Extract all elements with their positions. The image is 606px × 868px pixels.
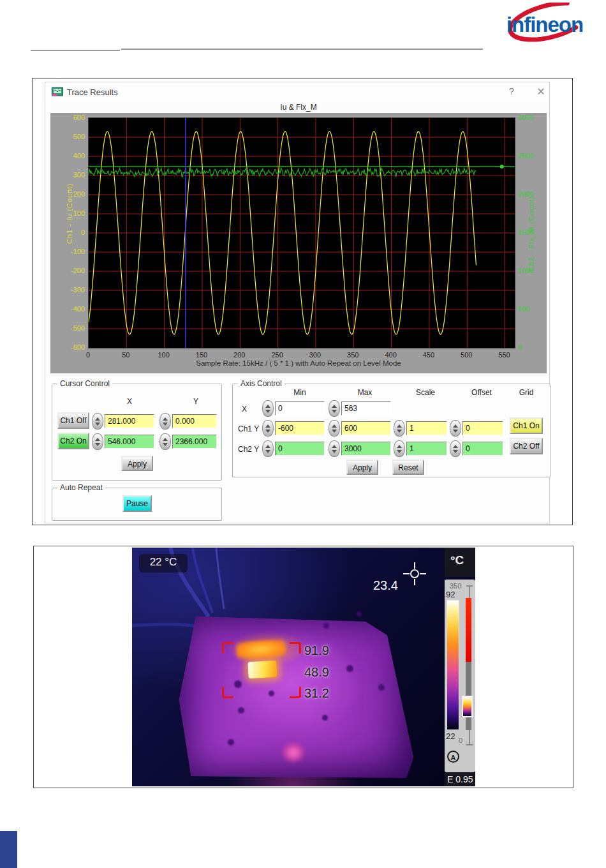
- ch2-grid-toggle-button[interactable]: Ch2 Off: [510, 438, 543, 454]
- x-axis-tick: 250: [265, 351, 290, 359]
- x-max-field[interactable]: 563: [341, 401, 391, 415]
- ch2-cursor-toggle-button[interactable]: Ch2 On: [57, 433, 89, 449]
- x-axis-tick: 0: [75, 351, 101, 359]
- chart-title: Iu & Flx_M: [50, 103, 547, 113]
- cursor-col-y-header: Y: [170, 397, 221, 406]
- cursor-apply-button[interactable]: Apply: [121, 456, 153, 471]
- scale-range-indicator-low: [466, 717, 471, 730]
- x-axis-row-label: X: [242, 405, 247, 414]
- ch2-max-field[interactable]: 3000: [341, 442, 391, 456]
- left-axis-tick: 200: [52, 190, 85, 198]
- ch1-y-row-label: Ch1 Y: [238, 424, 259, 433]
- ch2-y-spinner[interactable]: [159, 433, 171, 450]
- temperature-scale-column: °C 350 92 22 0 A E 0.95: [445, 548, 475, 786]
- scale-range-indicator-mid: [466, 662, 471, 696]
- ch1-grid-toggle-button[interactable]: Ch1 On: [510, 417, 543, 434]
- x-min-field[interactable]: 0: [275, 401, 325, 415]
- infineon-logo: infineon: [490, 3, 600, 45]
- trace-plot[interactable]: [88, 117, 515, 348]
- ch1-min-spinner[interactable]: [262, 420, 274, 437]
- x-axis-tick: 300: [302, 351, 328, 359]
- ch1-offset-field[interactable]: 0: [462, 421, 503, 435]
- right-axis-tick: 0: [518, 343, 547, 351]
- ch1-x-spinner[interactable]: [92, 413, 103, 430]
- thermal-image: 91.9 48.9 31.2 22 °C 23.4 °C 350 92: [132, 548, 475, 786]
- axis-header-min: Min: [274, 388, 325, 397]
- ch1-y-spinner[interactable]: [159, 413, 171, 430]
- axis-apply-button[interactable]: Apply: [346, 460, 378, 475]
- crosshair-icon: [402, 561, 427, 587]
- auto-mode-icon: A: [447, 751, 459, 763]
- ch2-x-spinner[interactable]: [92, 433, 103, 450]
- measure-bracket-bl: [222, 687, 233, 698]
- left-axis-tick: 300: [52, 171, 85, 179]
- ch1-min-field[interactable]: -600: [275, 421, 325, 435]
- scale-low-label: 22: [446, 731, 455, 741]
- ch2-offset-field[interactable]: 0: [462, 442, 503, 456]
- x-axis-tick: 400: [378, 351, 404, 359]
- oscilloscope-app-icon: [52, 87, 63, 97]
- measure-bracket-tr: [290, 642, 301, 654]
- x-min-spinner[interactable]: [262, 400, 274, 417]
- ch2-scale-field[interactable]: 1: [406, 442, 447, 456]
- ch1-cursor-x-field[interactable]: 281.000: [105, 414, 154, 428]
- ch2-y-row-label: Ch2 Y: [238, 445, 259, 454]
- left-axis-tick: -100: [52, 248, 85, 255]
- thermal-hotspot-core: [248, 661, 277, 678]
- ch2-cursor-y-field[interactable]: 2366.000: [172, 435, 217, 449]
- left-axis-tick: -500: [52, 324, 85, 332]
- measure-bracket-tl: [222, 642, 233, 654]
- pause-button[interactable]: Pause: [122, 495, 152, 512]
- left-axis-tick: 100: [52, 209, 85, 217]
- right-axis-tick: 3000: [518, 114, 547, 121]
- ch1-cursor-toggle-button[interactable]: Ch1 Off: [57, 412, 89, 429]
- x-axis-tick: 50: [113, 351, 138, 359]
- x-axis-tick: 150: [189, 351, 214, 359]
- group-legend: Cursor Control: [57, 379, 112, 388]
- window-titlebar[interactable]: Trace Results ? ✕: [45, 82, 549, 101]
- ch2-max-spinner[interactable]: [329, 440, 340, 457]
- window-title: Trace Results: [67, 87, 118, 97]
- right-axis-tick: 1500: [518, 228, 547, 236]
- x-axis-tick: 200: [226, 351, 252, 359]
- left-axis-tick: 0: [52, 228, 85, 236]
- x-axis-tick: 550: [492, 351, 517, 359]
- x-axis-tick: 100: [151, 351, 177, 359]
- spot-temp-value: 23.4: [373, 578, 398, 593]
- x-axis-tick: 450: [416, 351, 441, 359]
- ch2-min-spinner[interactable]: [262, 440, 274, 457]
- axis-reset-button[interactable]: Reset: [392, 460, 424, 475]
- thermal-palette-bar: [447, 600, 459, 730]
- ch1-scale-spinner[interactable]: [394, 420, 405, 437]
- scale-bottom-tick: [466, 744, 473, 745]
- ch2-min-field[interactable]: 0: [275, 442, 325, 456]
- ch1-offset-spinner[interactable]: [450, 420, 461, 437]
- ch1-max-spinner[interactable]: [329, 420, 340, 437]
- measure-value-min: 31.2: [304, 686, 362, 701]
- ch1-scale-field[interactable]: 1: [406, 421, 447, 435]
- right-axis-tick: 2500: [518, 152, 547, 160]
- scale-range-indicator-high: [466, 598, 471, 662]
- ch1-max-field[interactable]: 600: [341, 421, 391, 435]
- close-icon[interactable]: ✕: [533, 86, 549, 98]
- axis-header-max: Max: [339, 388, 390, 397]
- right-axis-tick: 2000: [518, 190, 547, 198]
- left-axis-tick: 600: [52, 114, 85, 121]
- group-legend: Axis Control: [238, 379, 285, 388]
- left-axis-tick: -600: [52, 343, 85, 351]
- right-axis-tick: 1000: [518, 267, 547, 274]
- left-axis-tick: -200: [52, 267, 85, 274]
- axis-header-scale: Scale: [400, 388, 451, 397]
- ch2-scale-spinner[interactable]: [394, 440, 405, 457]
- ch2-cursor-x-field[interactable]: 546.000: [105, 435, 154, 449]
- help-button[interactable]: ?: [503, 86, 520, 99]
- scale-unit-label: °C: [445, 548, 475, 577]
- ch2-offset-spinner[interactable]: [450, 440, 461, 457]
- svg-text:infineon: infineon: [506, 13, 583, 36]
- x-max-spinner[interactable]: [329, 400, 340, 417]
- ch1-cursor-y-field[interactable]: 0.000: [172, 414, 217, 428]
- header-rule-right: [121, 49, 483, 50]
- x-axis-tick: 350: [340, 351, 366, 359]
- ambient-temp-badge: 22 °C: [139, 554, 188, 572]
- scale-min-label: 0: [459, 737, 462, 744]
